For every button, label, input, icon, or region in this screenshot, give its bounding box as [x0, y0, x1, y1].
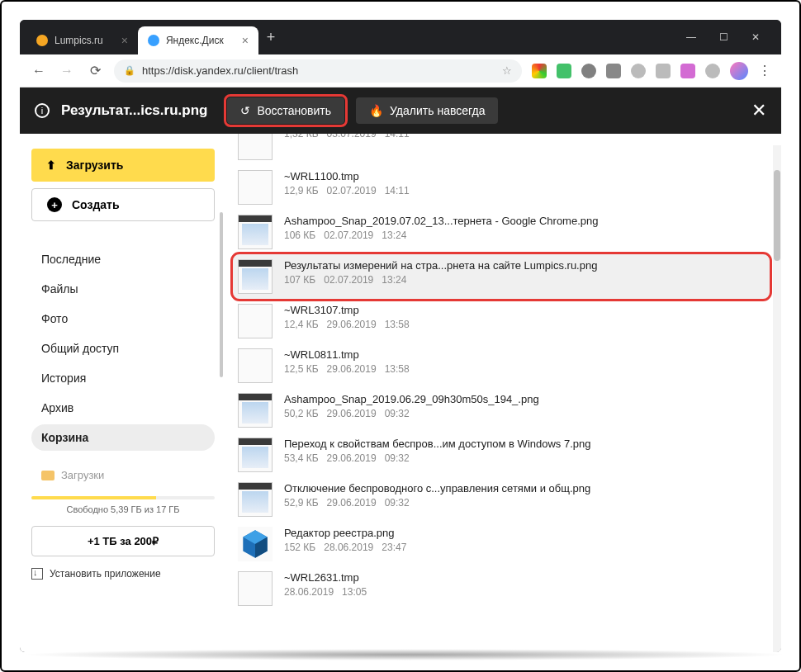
file-name: Ashampoo_Snap_2019.06.29_09h30m50s_194_.…	[284, 393, 539, 405]
sidebar-item-4[interactable]: История	[31, 365, 215, 391]
sidebar-item-1[interactable]: Файлы	[31, 276, 215, 302]
promo-button[interactable]: +1 ТБ за 200₽	[31, 526, 215, 556]
restore-icon: ↺	[240, 104, 250, 117]
window-close-icon[interactable]: ✕	[751, 31, 760, 43]
file-date: 29.06.2019	[327, 452, 377, 464]
file-size: 53,4 КБ	[284, 452, 319, 464]
file-meta: 50,2 КБ29.06.201909:32	[284, 408, 539, 419]
quota: Свободно 5,39 ГБ из 17 ГБ	[31, 496, 215, 514]
sidebar-item-6[interactable]: Корзина	[31, 424, 215, 451]
file-name: ~WRL3107.tmp	[284, 304, 410, 316]
close-selection-icon[interactable]: ✕	[751, 100, 766, 121]
favicon-yadisk	[148, 35, 159, 46]
file-row[interactable]: ~WRL3107.tmp12,4 КБ29.06.201913:58	[233, 299, 770, 343]
sidebar-item-2[interactable]: Фото	[31, 305, 215, 332]
ext-icon[interactable]	[656, 64, 671, 78]
nav-forward-icon[interactable]: →	[58, 64, 76, 78]
file-meta: 106 КБ02.07.201913:24	[284, 230, 598, 241]
address-bar[interactable]: 🔒 https://disk.yandex.ru/client/trash ☆	[114, 59, 522, 83]
file-time: 13:58	[385, 363, 410, 375]
quota-text: Свободно 5,39 ГБ из 17 ГБ	[31, 504, 215, 514]
sidebar-folder-downloads[interactable]: Загрузки	[31, 462, 215, 488]
file-date: 28.06.2019	[284, 586, 334, 598]
file-row[interactable]: 1,32 КБ03.07.201914:11	[233, 134, 770, 165]
ext-icon[interactable]	[680, 64, 695, 78]
folder-icon	[41, 471, 55, 480]
delete-forever-button[interactable]: 🔥 Удалить навсегда	[356, 97, 498, 124]
file-date: 02.07.2019	[324, 230, 373, 241]
file-time: 13:24	[382, 274, 406, 286]
file-row[interactable]: Ashampoo_Snap_2019.06.29_09h30m50s_194_.…	[233, 388, 770, 433]
new-tab-button[interactable]: +	[258, 29, 284, 46]
ext-icon[interactable]	[631, 64, 646, 78]
upload-button[interactable]: ⬆ Загрузить	[31, 149, 215, 182]
ext-icon[interactable]	[705, 64, 720, 78]
create-button[interactable]: + Создать	[31, 188, 215, 221]
upload-icon: ⬆	[46, 159, 56, 172]
file-size: 12,5 КБ	[284, 363, 319, 375]
file-info: Отключение беспроводного с...управления …	[284, 482, 590, 509]
file-size: 12,9 КБ	[284, 185, 319, 196]
file-name: ~WRL2631.tmp	[284, 571, 367, 584]
sidebar-item-0[interactable]: Последние	[31, 246, 215, 272]
file-size: 1,32 КБ	[284, 134, 319, 140]
tab-close-icon[interactable]: ×	[242, 34, 249, 47]
tab-inactive[interactable]: Lumpics.ru ×	[26, 26, 138, 54]
quota-bar	[31, 496, 215, 499]
image-thumb-icon	[238, 393, 273, 428]
file-time: 13:05	[342, 586, 367, 598]
file-row[interactable]: ~WRL2631.tmp28.06.201913:05	[233, 566, 770, 611]
tab-close-icon[interactable]: ×	[121, 34, 128, 47]
file-info: Результаты измерений на стра...рнета на …	[284, 259, 597, 286]
cube-thumb-icon	[238, 527, 273, 561]
list-scrollbar[interactable]	[773, 145, 781, 652]
file-row[interactable]: Ashampoo_Snap_2019.07.02_13...тернета - …	[233, 210, 770, 254]
info-icon[interactable]: i	[35, 103, 50, 118]
file-date: 29.06.2019	[327, 319, 377, 330]
nav-back-icon[interactable]: ←	[30, 64, 48, 78]
file-date: 02.07.2019	[324, 274, 373, 286]
file-name: ~WRL0811.tmp	[284, 348, 410, 361]
file-date: 29.06.2019	[327, 497, 377, 509]
file-date: 02.07.2019	[327, 185, 377, 196]
sidebar-scrollbar[interactable]	[220, 212, 223, 377]
window-maximize-icon[interactable]: ☐	[719, 31, 728, 43]
sidebar-item-5[interactable]: Архив	[31, 395, 215, 421]
address-bar-row: ← → ⟳ 🔒 https://disk.yandex.ru/client/tr…	[20, 54, 781, 88]
file-row[interactable]: ~WRL0811.tmp12,5 КБ29.06.201913:58	[233, 343, 770, 388]
ext-icon[interactable]	[532, 64, 547, 78]
ext-icon[interactable]	[606, 64, 621, 78]
image-thumb-icon	[238, 482, 273, 517]
file-row[interactable]: Отключение беспроводного с...управления …	[233, 477, 770, 522]
file-name: Результаты измерений на стра...рнета на …	[284, 259, 597, 272]
delete-label: Удалить навсегда	[390, 104, 485, 117]
ext-icon[interactable]	[581, 64, 596, 78]
create-label: Создать	[72, 198, 120, 211]
drop-shadow	[20, 649, 789, 660]
file-meta: 52,9 КБ29.06.201909:32	[284, 497, 590, 509]
file-size: 52,9 КБ	[284, 497, 319, 509]
file-info: ~WRL1100.tmp12,9 КБ02.07.201914:11	[284, 170, 410, 196]
file-row[interactable]: ~WRL1100.tmp12,9 КБ02.07.201914:11	[233, 165, 770, 210]
restore-button[interactable]: ↺ Восстановить	[227, 97, 344, 124]
file-time: 13:58	[385, 319, 410, 330]
selection-actionbar: i Результат...ics.ru.png ↺ Восстановить …	[20, 88, 781, 134]
ext-icon[interactable]	[557, 64, 571, 78]
file-thumb-icon	[238, 170, 273, 205]
tab-active[interactable]: Яндекс.Диск ×	[138, 26, 258, 54]
file-row[interactable]: Редактор реестра.png152 КБ28.06.201923:4…	[233, 522, 770, 566]
file-meta: 1,32 КБ03.07.201914:11	[284, 134, 410, 140]
file-row[interactable]: Результаты измерений на стра...рнета на …	[233, 254, 770, 299]
chrome-menu-icon[interactable]: ⋮	[758, 63, 771, 78]
file-name: Редактор реестра.png	[284, 527, 406, 539]
file-date: 29.06.2019	[327, 363, 377, 375]
browser-window: Lumpics.ru × Яндекс.Диск × + ― ☐ ✕ ← → ⟳…	[20, 20, 781, 652]
bookmark-star-icon[interactable]: ☆	[502, 64, 512, 77]
sidebar-item-3[interactable]: Общий доступ	[31, 335, 215, 362]
profile-avatar[interactable]	[730, 62, 748, 80]
file-meta: 107 КБ02.07.201913:24	[284, 274, 597, 286]
window-minimize-icon[interactable]: ―	[686, 31, 696, 43]
install-app-link[interactable]: Установить приложение	[31, 568, 215, 580]
nav-reload-icon[interactable]: ⟳	[86, 63, 104, 78]
file-row[interactable]: Переход к свойствам беспров...им доступо…	[233, 433, 770, 477]
